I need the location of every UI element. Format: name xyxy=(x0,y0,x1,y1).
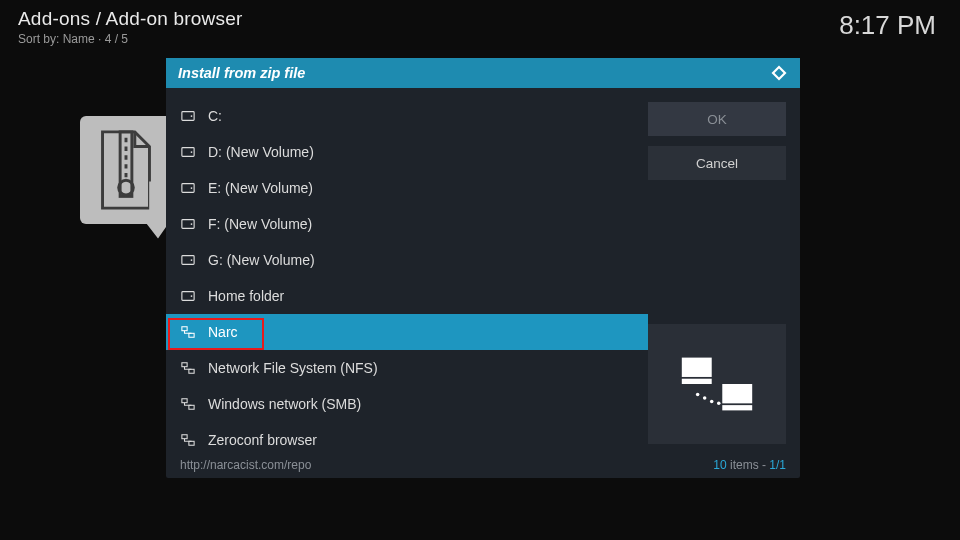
install-from-zip-dialog: Install from zip file C: D: (New Volume)… xyxy=(166,58,800,478)
network-icon xyxy=(180,396,196,412)
svg-rect-25 xyxy=(722,384,752,403)
svg-rect-17 xyxy=(182,363,187,367)
svg-rect-15 xyxy=(182,327,187,331)
disk-icon xyxy=(180,180,196,196)
source-list: C: D: (New Volume) E: (New Volume) F: (N… xyxy=(166,88,648,452)
svg-point-10 xyxy=(191,223,193,225)
svg-point-27 xyxy=(696,393,700,397)
svg-point-28 xyxy=(703,396,707,400)
list-item-label: Narc xyxy=(208,324,238,340)
kodi-logo-icon xyxy=(770,64,788,82)
network-illustration-icon xyxy=(648,324,786,444)
list-item-label: Network File System (NFS) xyxy=(208,360,378,376)
list-item-label: E: (New Volume) xyxy=(208,180,313,196)
item-count: 10 xyxy=(713,458,726,472)
list-item[interactable]: C: xyxy=(166,98,648,134)
disk-icon xyxy=(180,108,196,124)
list-item[interactable]: F: (New Volume) xyxy=(166,206,648,242)
list-item[interactable]: G: (New Volume) xyxy=(166,242,648,278)
svg-point-4 xyxy=(191,115,193,117)
ok-button[interactable]: OK xyxy=(648,102,786,136)
page-count: 1/1 xyxy=(769,458,786,472)
list-item[interactable]: Zeroconf browser xyxy=(166,422,648,458)
list-item-label: G: (New Volume) xyxy=(208,252,315,268)
list-item-label: F: (New Volume) xyxy=(208,216,312,232)
svg-rect-22 xyxy=(189,441,194,445)
list-item[interactable]: D: (New Volume) xyxy=(166,134,648,170)
disk-icon xyxy=(180,252,196,268)
svg-point-14 xyxy=(191,295,193,297)
svg-rect-26 xyxy=(722,405,752,410)
network-icon xyxy=(180,324,196,340)
cancel-button[interactable]: Cancel xyxy=(648,146,786,180)
dialog-title-text: Install from zip file xyxy=(178,65,305,81)
svg-point-30 xyxy=(717,402,721,406)
disk-icon xyxy=(180,216,196,232)
network-icon xyxy=(180,432,196,448)
dialog-title-bar: Install from zip file xyxy=(166,58,800,88)
svg-rect-20 xyxy=(189,405,194,409)
list-item-label: D: (New Volume) xyxy=(208,144,314,160)
svg-point-29 xyxy=(710,400,714,404)
list-item[interactable]: E: (New Volume) xyxy=(166,170,648,206)
disk-icon xyxy=(180,144,196,160)
list-item-selected[interactable]: Narc xyxy=(166,314,648,350)
svg-point-12 xyxy=(191,259,193,261)
clock: 8:17 PM xyxy=(839,10,936,41)
svg-rect-21 xyxy=(182,435,187,439)
svg-rect-24 xyxy=(682,379,712,384)
list-item[interactable]: Windows network (SMB) xyxy=(166,386,648,422)
list-item-label: Zeroconf browser xyxy=(208,432,317,448)
breadcrumb: Add-ons / Add-on browser xyxy=(18,8,242,30)
network-icon xyxy=(180,360,196,376)
page-header: Add-ons / Add-on browser Sort by: Name ·… xyxy=(18,8,242,46)
list-item[interactable]: Home folder xyxy=(166,278,648,314)
footer-count: 10 items - 1/1 xyxy=(713,458,786,472)
svg-rect-23 xyxy=(682,358,712,377)
svg-point-6 xyxy=(191,151,193,153)
dialog-side-panel: OK Cancel xyxy=(648,88,800,452)
list-item-label: Home folder xyxy=(208,288,284,304)
footer-path: http://narcacist.com/repo xyxy=(180,458,311,472)
sort-by-line: Sort by: Name · 4 / 5 xyxy=(18,32,242,46)
disk-icon xyxy=(180,288,196,304)
list-item-label: C: xyxy=(208,108,222,124)
svg-rect-18 xyxy=(189,369,194,373)
list-item[interactable]: Network File System (NFS) xyxy=(166,350,648,386)
svg-rect-19 xyxy=(182,399,187,403)
svg-rect-16 xyxy=(189,333,194,337)
svg-point-8 xyxy=(191,187,193,189)
list-item-label: Windows network (SMB) xyxy=(208,396,361,412)
